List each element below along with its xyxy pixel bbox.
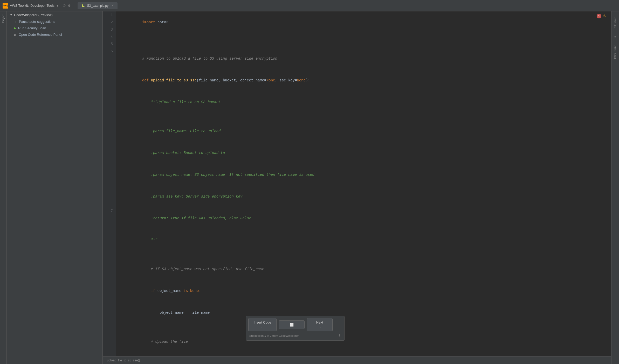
code-line-6: """Upload a file to an S3 bucket xyxy=(120,91,611,113)
prev-label: ⬜ xyxy=(290,323,294,327)
code-editor[interactable]: 1 ⚠ 1 2 3 4 5 6 xyxy=(103,11,611,356)
tab-filename: S3_example.py xyxy=(87,4,108,8)
suggestion-menu-icon[interactable]: ⋮ xyxy=(338,333,341,338)
code-line-6j: # If S3 object_name was not specified, u… xyxy=(120,258,611,280)
insert-code-label: Insert Code xyxy=(254,320,271,324)
line-num-6b xyxy=(103,55,116,62)
code-line-6h: """ xyxy=(120,229,611,251)
suggestion-footer: Suggestion 1 of 2 from CodeWhisperer ⋮ xyxy=(248,333,342,338)
code-line-5: def upload_file_to_s3_sse(file_name, buc… xyxy=(120,69,611,91)
next-arrow: → xyxy=(318,325,321,329)
ref-icon: ⊞ xyxy=(14,33,17,37)
code-line-6b xyxy=(120,113,611,120)
settings-icon[interactable]: ⚙ xyxy=(68,3,70,8)
line-num-6v xyxy=(103,200,116,207)
line-num-6q xyxy=(103,164,116,171)
project-label[interactable]: Project xyxy=(1,11,6,26)
sidebar-scan-label: Run Security Scan xyxy=(18,26,46,30)
code-line-6f: :param sse_key: Server side encryption k… xyxy=(120,186,611,207)
sidebar-reference-label: Open Code Reference Panel xyxy=(19,33,62,37)
aws-toolkit-label-right[interactable]: AWS Toolkit xyxy=(613,42,618,62)
line-num-6r xyxy=(103,171,116,178)
code-line-6k: if object_name is None: xyxy=(120,280,611,302)
play-icon: ▶ xyxy=(14,26,16,30)
line-num-6h xyxy=(103,99,116,106)
right-panel: Structure ★ AWS Toolkit xyxy=(611,11,619,364)
code-line-6i xyxy=(120,251,611,258)
status-bar: upload_file_to_s3_sse() xyxy=(103,356,611,364)
file-tab[interactable]: 🐍 S3_example.py ✕ xyxy=(78,2,118,9)
code-line-6m xyxy=(120,324,611,331)
pause-icon: ⏸ xyxy=(14,20,17,23)
next-label: Next xyxy=(316,320,323,324)
suggestion-info: Suggestion 1 of 2 from CodeWhisperer xyxy=(249,334,299,337)
code-line-6e: :param object_name: S3 object name. If n… xyxy=(120,164,611,186)
insert-arrow: ← xyxy=(261,325,264,329)
code-line-6l: object_name = file_name xyxy=(120,302,611,324)
sidebar-pause-label: Pause auto-suggestions xyxy=(19,20,55,24)
aws-icon: AWS xyxy=(3,3,8,9)
top-bar: AWS AWS Toolkit: Developer Tools ▼ ☺ ⚙ 🐍… xyxy=(0,0,619,11)
code-line-6o: s3_client = boto3.client('s3') xyxy=(120,353,611,356)
suggestion-buttons: Insert Code ← ⬜ Next → xyxy=(248,318,342,331)
line-numbers: 1 2 3 4 5 6 xyxy=(103,11,116,356)
suggestion-footer-text: Suggestion xyxy=(249,334,264,337)
sidebar-section-label: CodeWhisperer (Preview) xyxy=(14,13,53,17)
line-num-6u xyxy=(103,193,116,200)
line-num-6g xyxy=(103,91,116,99)
line-num-6d xyxy=(103,69,116,77)
sidebar-item-scan[interactable]: ▶ Run Security Scan xyxy=(7,25,102,31)
line-num-6: 6 xyxy=(103,48,116,55)
sidebar-section-codewhisperer[interactable]: ▼ CodeWhisperer (Preview) xyxy=(7,11,102,18)
code-line-6g: :return: True if file was uploaded, else… xyxy=(120,207,611,229)
dropdown-icon[interactable]: ▼ xyxy=(56,4,59,7)
line-num-1: 1 xyxy=(103,11,116,19)
top-bar-icons: ☺ ⚙ xyxy=(63,3,71,8)
structure-label[interactable]: Structure xyxy=(613,14,618,31)
sidebar-item-pause[interactable]: ⏸ Pause auto-suggestions xyxy=(7,18,102,25)
function-name-status: upload_file_to_s3_sse() xyxy=(107,359,140,362)
favorites-icon[interactable]: ★ xyxy=(613,34,618,39)
line-num-6l xyxy=(103,128,116,135)
insert-code-button[interactable]: Insert Code ← xyxy=(248,318,277,331)
smiley-icon[interactable]: ☺ xyxy=(63,3,66,8)
line-num-6p xyxy=(103,157,116,164)
line-num-6e xyxy=(103,77,116,84)
aws-toolkit-label: AWS AWS Toolkit: Developer Tools ▼ xyxy=(3,3,59,9)
code-line-4: # Function to upload a file to S3 using … xyxy=(120,48,611,69)
line-num-6m xyxy=(103,135,116,142)
next-suggestion-button[interactable]: Next → xyxy=(307,318,333,331)
line-num-7: 7 xyxy=(103,207,116,215)
line-num-2: 2 xyxy=(103,19,116,26)
chevron-down-icon: ▼ xyxy=(10,13,12,16)
left-panel-labels: Project xyxy=(0,11,7,364)
dev-tools-button[interactable]: Developer Tools xyxy=(30,4,54,8)
line-num-6c xyxy=(103,62,116,69)
line-num-6f xyxy=(103,84,116,91)
sidebar-item-reference[interactable]: ⊞ Open Code Reference Panel xyxy=(7,31,102,38)
code-line-1: import boto3 xyxy=(120,11,611,33)
line-num-6o xyxy=(103,149,116,157)
line-num-6s xyxy=(103,178,116,186)
code-content[interactable]: import boto3 # Function to upload a file… xyxy=(116,11,611,356)
line-num-6j xyxy=(103,113,116,120)
main-layout: Project ▼ CodeWhisperer (Preview) ⏸ Paus… xyxy=(0,11,619,364)
tab-area: 🐍 S3_example.py ✕ xyxy=(78,2,118,9)
previous-suggestion-button[interactable]: ⬜ xyxy=(279,320,305,329)
line-num-4: 4 xyxy=(103,33,116,40)
python-file-icon: 🐍 xyxy=(81,4,85,7)
code-line-6c: :param file_name: File to upload xyxy=(120,120,611,142)
editor-area: 1 ⚠ 1 2 3 4 5 6 xyxy=(103,11,611,364)
code-line-2 xyxy=(120,33,611,40)
line-num-6i xyxy=(103,106,116,113)
code-line-6d: :param bucket: Bucket to upload to xyxy=(120,142,611,164)
sidebar: ▼ CodeWhisperer (Preview) ⏸ Pause auto-s… xyxy=(7,11,103,364)
line-num-6t xyxy=(103,186,116,193)
code-line-3 xyxy=(120,40,611,48)
line-num-3: 3 xyxy=(103,26,116,33)
line-num-6k xyxy=(103,120,116,128)
code-line-6n: # Upload the file xyxy=(120,331,611,353)
line-num-6n xyxy=(103,142,116,149)
line-num-5: 5 xyxy=(103,40,116,48)
tab-close-button[interactable]: ✕ xyxy=(112,4,114,7)
